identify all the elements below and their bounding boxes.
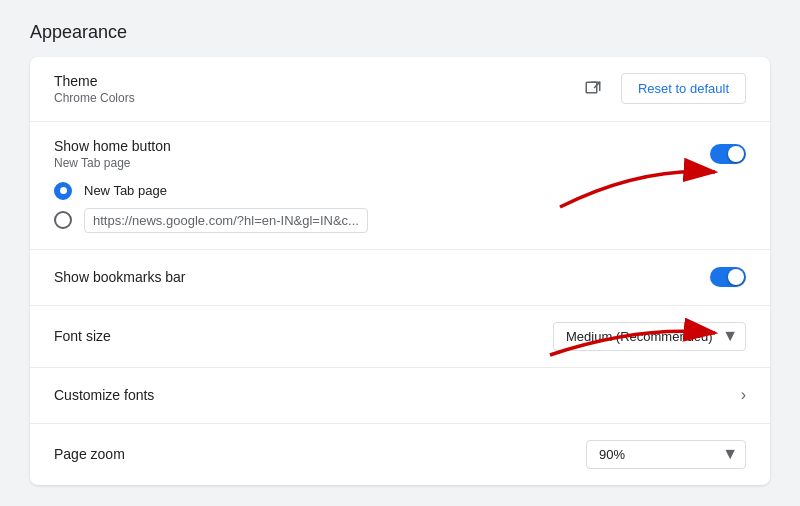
home-button-toggle-thumb [728,146,744,162]
theme-label: Theme [54,73,135,89]
radio-option-custom[interactable]: https://news.google.com/?hl=en-IN&gl=IN&… [54,208,746,233]
page-zoom-row: Page zoom 75% 80% 90% 100% 110% 125% ▼ [30,424,770,485]
home-button-sublabel: New Tab page [54,156,171,170]
font-size-row: Font size Medium (Recommended) Small Lar… [30,306,770,368]
radio-newtab-circle[interactable] [54,182,72,200]
home-button-radio-options: New Tab page https://news.google.com/?hl… [30,178,770,249]
theme-sublabel: Chrome Colors [54,91,135,105]
font-size-label: Font size [54,328,111,344]
reset-to-default-button[interactable]: Reset to default [621,73,746,104]
theme-actions: Reset to default [577,73,746,105]
show-home-button-header: Show home button New Tab page [30,122,770,178]
customize-fonts-row[interactable]: Customize fonts › [30,368,770,424]
bookmarks-bar-toggle[interactable] [710,267,746,287]
page-zoom-label: Page zoom [54,446,125,462]
show-bookmarks-bar-row: Show bookmarks bar [30,250,770,306]
page-zoom-select[interactable]: 75% 80% 90% 100% 110% 125% [586,440,746,469]
bookmarks-bar-toggle-track [710,267,746,287]
home-button-toggle-track [710,144,746,164]
show-home-button-section: Show home button New Tab page New Tab pa… [30,122,770,250]
radio-newtab-label: New Tab page [84,183,167,198]
theme-open-button[interactable] [577,73,609,105]
radio-custom-value[interactable]: https://news.google.com/?hl=en-IN&gl=IN&… [84,208,368,233]
page-zoom-dropdown-wrapper: 75% 80% 90% 100% 110% 125% ▼ [586,440,746,469]
theme-label-group: Theme Chrome Colors [54,73,135,105]
home-button-toggle[interactable] [710,144,746,164]
appearance-card: Theme Chrome Colors Reset to default [30,57,770,485]
home-button-label: Show home button [54,138,171,154]
radio-option-newtab[interactable]: New Tab page [54,182,746,200]
bookmarks-bar-label: Show bookmarks bar [54,269,186,285]
bookmarks-bar-toggle-thumb [728,269,744,285]
font-size-select[interactable]: Medium (Recommended) Small Large Very La… [553,322,746,351]
home-button-label-group: Show home button New Tab page [54,138,171,170]
radio-custom-circle[interactable] [54,211,72,229]
font-size-dropdown-wrapper: Medium (Recommended) Small Large Very La… [553,322,746,351]
customize-fonts-label: Customize fonts [54,387,154,403]
page-title: Appearance [30,22,770,43]
customize-fonts-chevron: › [741,386,746,404]
theme-row: Theme Chrome Colors Reset to default [30,57,770,122]
